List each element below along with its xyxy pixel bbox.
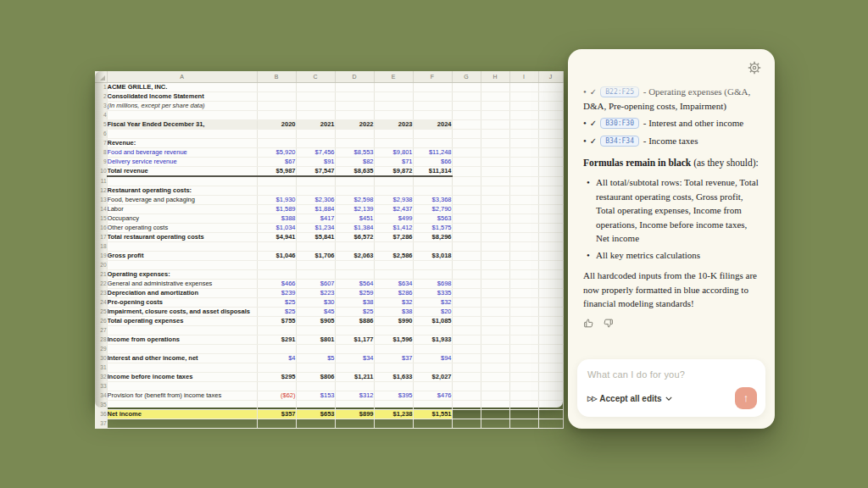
column-header-A[interactable]: A: [107, 71, 257, 83]
row-number[interactable]: 11: [95, 176, 107, 186]
cell-value[interactable]: [296, 270, 335, 280]
row-number[interactable]: 8: [95, 148, 107, 158]
cell-value[interactable]: [335, 270, 374, 280]
row-number[interactable]: 13: [95, 196, 107, 205]
cell-empty[interactable]: [481, 214, 509, 224]
cell-empty[interactable]: [509, 308, 538, 317]
cell-label[interactable]: Total operating expenses: [107, 317, 257, 326]
cell-value[interactable]: [374, 401, 413, 410]
cell-empty[interactable]: [452, 224, 481, 233]
cell-value[interactable]: $9,801: [374, 148, 413, 158]
cell-empty[interactable]: [538, 148, 563, 158]
cell-empty[interactable]: [481, 186, 509, 196]
cell-value[interactable]: $25: [257, 298, 296, 308]
cell-value[interactable]: $1,551: [413, 410, 452, 419]
cell-value[interactable]: [335, 102, 374, 111]
cell-empty[interactable]: [452, 280, 481, 289]
row-number[interactable]: 5: [95, 120, 107, 130]
cell-label[interactable]: Pre-opening costs: [107, 298, 257, 308]
column-header-I[interactable]: I: [509, 71, 538, 83]
row-number[interactable]: 1: [95, 83, 107, 92]
cell-empty[interactable]: [509, 120, 538, 130]
cell-empty[interactable]: [452, 196, 481, 205]
cell-value[interactable]: [374, 111, 413, 120]
cell-value[interactable]: $466: [257, 280, 296, 289]
cell-range-chip[interactable]: B34:F34: [600, 136, 639, 147]
cell-label[interactable]: Net income: [107, 410, 257, 419]
cell-empty[interactable]: [481, 148, 509, 158]
row-number[interactable]: 14: [95, 205, 107, 214]
cell-empty[interactable]: [538, 120, 563, 130]
cell-value[interactable]: [374, 363, 413, 373]
cell-value[interactable]: [335, 382, 374, 391]
cell-value[interactable]: $5,841: [296, 233, 335, 242]
row-number[interactable]: 3: [95, 102, 107, 111]
cell-empty[interactable]: [538, 242, 563, 252]
cell-value[interactable]: [296, 102, 335, 111]
cell-empty[interactable]: [481, 196, 509, 205]
cell-value[interactable]: [374, 139, 413, 148]
cell-empty[interactable]: [509, 363, 538, 373]
cell-empty[interactable]: [452, 111, 481, 120]
cell-empty[interactable]: [538, 401, 563, 410]
thumbs-up-icon[interactable]: [583, 318, 594, 333]
cell-empty[interactable]: [481, 270, 509, 280]
cell-value[interactable]: $335: [413, 289, 452, 298]
cell-value[interactable]: [335, 92, 374, 102]
cell-empty[interactable]: [509, 270, 538, 280]
cell-value[interactable]: $388: [257, 214, 296, 224]
cell-value[interactable]: [335, 363, 374, 373]
cell-empty[interactable]: [481, 354, 509, 363]
cell-empty[interactable]: [452, 92, 481, 102]
cell-empty[interactable]: [452, 345, 481, 354]
cell-value[interactable]: $1,706: [296, 252, 335, 261]
cell-empty[interactable]: [452, 363, 481, 373]
cell-value[interactable]: $239: [257, 289, 296, 298]
cell-value[interactable]: [413, 382, 452, 391]
row-number[interactable]: 37: [95, 419, 107, 429]
cell-label[interactable]: General and administrative expenses: [107, 280, 257, 289]
cell-value[interactable]: $3,018: [413, 252, 452, 261]
cell-value[interactable]: [257, 326, 296, 336]
cell-value[interactable]: $2,306: [296, 196, 335, 205]
cell-empty[interactable]: [481, 419, 509, 429]
cell-empty[interactable]: [452, 391, 481, 401]
column-header-D[interactable]: D: [335, 71, 374, 83]
cell-empty[interactable]: [481, 261, 509, 270]
cell-value[interactable]: [374, 261, 413, 270]
cell-empty[interactable]: [452, 252, 481, 261]
cell-empty[interactable]: [538, 289, 563, 298]
cell-value[interactable]: [374, 326, 413, 336]
cell-empty[interactable]: [481, 401, 509, 410]
cell-value[interactable]: [296, 242, 335, 252]
cell-empty[interactable]: [452, 214, 481, 224]
cell-label[interactable]: Income from operations: [107, 336, 257, 345]
column-header-F[interactable]: F: [413, 71, 452, 83]
cell-empty[interactable]: [481, 308, 509, 317]
cell-value[interactable]: $499: [374, 214, 413, 224]
cell-empty[interactable]: [509, 83, 538, 92]
cell-value[interactable]: $634: [374, 280, 413, 289]
cell-empty[interactable]: [452, 102, 481, 111]
cell-value[interactable]: $9,872: [374, 167, 413, 177]
cell-empty[interactable]: [538, 270, 563, 280]
cell-empty[interactable]: [509, 336, 538, 345]
cell-value[interactable]: [257, 261, 296, 270]
cell-empty[interactable]: [481, 252, 509, 261]
row-number[interactable]: 15: [95, 214, 107, 224]
cell-label[interactable]: Depreciation and amortization: [107, 289, 257, 298]
cell-value[interactable]: $30: [296, 298, 335, 308]
cell-empty[interactable]: [538, 261, 563, 270]
cell-value[interactable]: [413, 363, 452, 373]
cell-value[interactable]: [257, 345, 296, 354]
cell-empty[interactable]: [481, 382, 509, 391]
cell-empty[interactable]: [538, 186, 563, 196]
cell-empty[interactable]: [452, 120, 481, 130]
cell-value[interactable]: $1,930: [257, 196, 296, 205]
row-number[interactable]: 34: [95, 391, 107, 401]
cell-label[interactable]: Total revenue: [107, 167, 257, 177]
cell-empty[interactable]: [452, 336, 481, 345]
cell-value[interactable]: [413, 242, 452, 252]
cell-empty[interactable]: [509, 158, 538, 167]
cell-empty[interactable]: [509, 317, 538, 326]
